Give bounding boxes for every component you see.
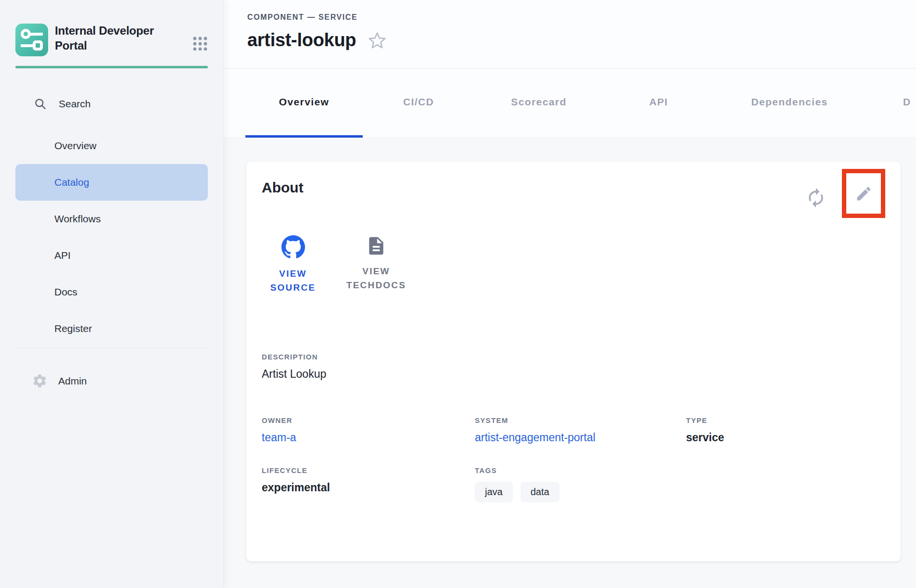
apps-grid-icon[interactable] — [191, 33, 209, 51]
sidebar: Internal Developer Portal Search Overvie… — [0, 0, 223, 588]
type-label: TYPE — [686, 416, 885, 424]
sidebar-nav: Overview Catalog Workflows API Docs Regi… — [0, 128, 223, 347]
sidebar-divider — [15, 347, 208, 348]
tab-dependencies[interactable]: Dependencies — [714, 69, 865, 138]
view-techdocs-label: VIEW TECHDOCS — [340, 264, 413, 293]
entity-header: COMPONENT — SERVICE artist-lookup — [223, 0, 916, 69]
sidebar-item-docs[interactable]: Docs — [15, 274, 208, 310]
owner-field: OWNER team-a — [262, 416, 475, 444]
techdocs-icon — [366, 235, 387, 256]
description-value: Artist Lookup — [262, 368, 885, 381]
refresh-button[interactable] — [803, 185, 828, 210]
tab-content: About — [223, 138, 916, 588]
about-card: About — [246, 162, 901, 562]
edit-pencil-icon — [855, 185, 873, 203]
tab-overview[interactable]: Overview — [245, 69, 363, 138]
lifecycle-field: LIFECYCLE experimental — [262, 466, 475, 502]
tab-scorecard[interactable]: Scorecard — [474, 69, 603, 138]
sidebar-item-overview[interactable]: Overview — [15, 128, 208, 164]
tag-chip[interactable]: data — [521, 482, 560, 502]
brand-title: Internal Developer Portal — [55, 24, 170, 53]
description-field: DESCRIPTION Artist Lookup — [262, 353, 885, 381]
owner-value-link[interactable]: team-a — [262, 431, 475, 444]
entity-tabs: Overview CI/CD Scorecard API Dependencie… — [223, 69, 916, 138]
favorite-star-icon[interactable] — [368, 31, 387, 50]
tab-cicd[interactable]: CI/CD — [363, 69, 474, 138]
type-value: service — [686, 431, 885, 444]
sidebar-item-admin[interactable]: Admin — [32, 373, 223, 389]
admin-label: Admin — [58, 375, 87, 387]
tags-field: TAGS java data — [475, 466, 686, 502]
search-label: Search — [59, 98, 91, 110]
tag-chip[interactable]: java — [475, 482, 513, 502]
brand: Internal Developer Portal — [15, 24, 209, 56]
tags-label: TAGS — [475, 466, 686, 474]
portal-logo-icon — [15, 24, 48, 56]
about-metadata-grid: OWNER team-a SYSTEM artist-engagement-po… — [262, 416, 885, 502]
type-field: TYPE service — [686, 416, 885, 444]
system-label: SYSTEM — [475, 416, 686, 424]
gear-icon — [32, 373, 48, 389]
edit-button[interactable] — [854, 184, 873, 203]
main-area: COMPONENT — SERVICE artist-lookup Overvi… — [223, 0, 916, 588]
view-source-label: VIEW SOURCE — [262, 267, 324, 295]
about-links: VIEW SOURCE VIEW TECHDOCS — [262, 235, 885, 295]
sidebar-item-api[interactable]: API — [15, 237, 208, 274]
entity-kind-breadcrumb: COMPONENT — SERVICE — [247, 13, 916, 22]
sidebar-item-search[interactable]: Search — [34, 97, 223, 110]
description-label: DESCRIPTION — [262, 353, 885, 361]
sidebar-item-catalog[interactable]: Catalog — [15, 164, 208, 201]
sidebar-item-register[interactable]: Register — [15, 310, 208, 347]
github-icon — [281, 235, 305, 259]
about-card-title: About — [262, 179, 304, 196]
view-source-link[interactable]: VIEW SOURCE — [262, 235, 324, 295]
tab-docs-cut[interactable]: D — [865, 69, 916, 138]
view-techdocs-link[interactable]: VIEW TECHDOCS — [340, 235, 413, 295]
brand-divider — [15, 66, 208, 68]
system-value-link[interactable]: artist-engagement-portal — [475, 431, 686, 444]
tab-api[interactable]: API — [603, 69, 714, 138]
lifecycle-value: experimental — [262, 481, 475, 494]
sidebar-item-workflows[interactable]: Workflows — [15, 201, 208, 237]
app-window: Internal Developer Portal Search Overvie… — [0, 0, 916, 588]
system-field: SYSTEM artist-engagement-portal — [475, 416, 686, 444]
annotation-red-box — [842, 169, 885, 218]
owner-label: OWNER — [262, 416, 475, 424]
search-icon — [34, 97, 47, 110]
lifecycle-label: LIFECYCLE — [262, 466, 475, 474]
refresh-icon — [805, 187, 827, 208]
page-title: artist-lookup — [247, 30, 356, 51]
